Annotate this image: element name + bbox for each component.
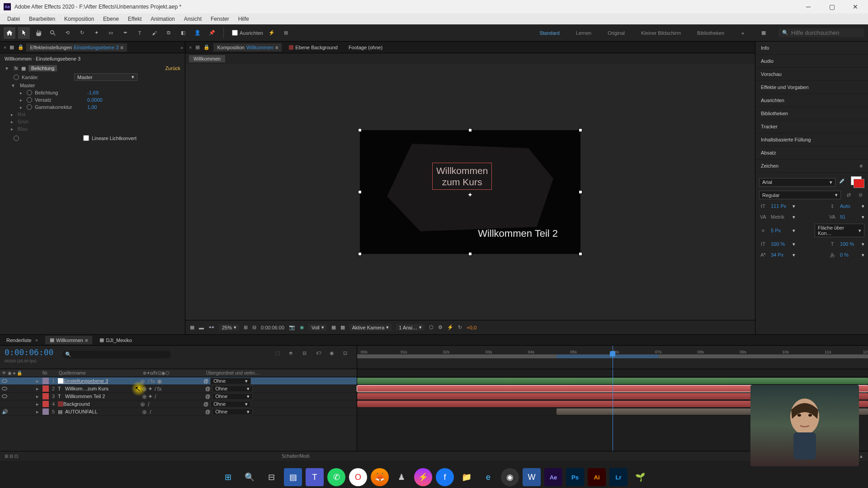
close-button[interactable]: ✕ bbox=[846, 0, 864, 13]
taskbar-firefox-icon[interactable]: 🦊 bbox=[371, 468, 389, 486]
channel-icon[interactable]: ▬ bbox=[199, 325, 204, 330]
panel-close-icon[interactable]: × bbox=[4, 45, 6, 50]
stroke-option-dropdown[interactable]: Fläche über Kon…▾ bbox=[815, 224, 864, 237]
footer-label[interactable]: Schalter/Modi bbox=[282, 454, 309, 459]
timecode-display[interactable]: 0:00:06:00 bbox=[261, 325, 284, 330]
color-icon[interactable]: ◉ bbox=[300, 324, 304, 330]
eyedropper-icon[interactable]: 💉 bbox=[839, 178, 847, 186]
audio-icon[interactable]: 🔊 bbox=[2, 409, 8, 415]
stopwatch-icon[interactable] bbox=[14, 136, 19, 141]
panel-expand-icon[interactable]: » bbox=[180, 45, 183, 50]
taskbar-obs-icon[interactable]: ◉ bbox=[501, 468, 519, 486]
tab-mexiko[interactable]: ▦DJI_Mexiko bbox=[95, 336, 136, 344]
taskbar-app1-icon[interactable]: ♟ bbox=[392, 468, 410, 486]
menu-komposition[interactable]: Komposition bbox=[61, 15, 98, 23]
layer-name[interactable]: AUTOUNFALL bbox=[65, 409, 142, 414]
menu-datei[interactable]: Datei bbox=[4, 15, 24, 23]
transparency-icon[interactable]: ▩ bbox=[340, 324, 345, 330]
col-name-header[interactable]: Quellenname bbox=[59, 371, 143, 375]
channels-dropdown[interactable]: Master▾ bbox=[74, 73, 137, 81]
timeline-search[interactable]: 🔍 bbox=[62, 351, 171, 358]
font-style-dropdown[interactable]: Regular▾ bbox=[759, 191, 841, 199]
panel-zeichen-header[interactable]: Zeichen≡ bbox=[755, 160, 868, 173]
comp-lock2-icon[interactable]: 🔒 bbox=[203, 44, 210, 50]
effect-visible-icon[interactable]: ▦ bbox=[21, 66, 26, 71]
layer-name[interactable]: Einstellungsebene 3 bbox=[63, 378, 140, 384]
composition-viewer[interactable]: Willkommenzum Kurs ✦ Willkommen Teil 2 bbox=[185, 64, 755, 320]
prop-twirl[interactable]: ▸ bbox=[20, 90, 22, 95]
brush-tool-icon[interactable]: 🖌 bbox=[148, 27, 160, 39]
linear-checkbox[interactable] bbox=[83, 135, 89, 141]
tab-menu-icon[interactable]: ≡ bbox=[120, 45, 123, 50]
taskbar-search-icon[interactable]: 🔍 bbox=[241, 468, 259, 486]
fx-badge-icon[interactable]: fx bbox=[14, 66, 19, 70]
comp-lock-icon[interactable]: ▦ bbox=[195, 44, 200, 50]
taskbar-whatsapp-icon[interactable]: ✆ bbox=[327, 468, 345, 486]
taskbar-messenger-icon[interactable]: ⚡ bbox=[414, 468, 432, 486]
taskbar-opera-icon[interactable]: O bbox=[349, 468, 367, 486]
tl-icon-1[interactable]: ⬚ bbox=[275, 350, 284, 359]
clone-tool-icon[interactable]: ⧉ bbox=[163, 27, 175, 39]
snap-opt2-icon[interactable]: ⊞ bbox=[280, 27, 292, 39]
taskbar-explorer-icon[interactable]: ▤ bbox=[284, 468, 302, 486]
taskbar-app2-icon[interactable]: 🌱 bbox=[631, 468, 649, 486]
orbit-tool-icon[interactable]: ⟲ bbox=[61, 27, 73, 39]
menu-bearbeiten[interactable]: Bearbeiten bbox=[25, 15, 59, 23]
pickwhip-icon[interactable]: @ bbox=[203, 378, 208, 384]
text-tool-icon[interactable]: T bbox=[134, 27, 146, 39]
minimize-button[interactable]: ─ bbox=[799, 0, 817, 13]
snap-checkbox[interactable]: Ausrichten bbox=[232, 30, 263, 36]
parent-dropdown[interactable]: Ohne▾ bbox=[212, 393, 253, 400]
layer-row-4[interactable]: ▸ 4 Background ⊕/ @Ohne▾ bbox=[0, 400, 357, 408]
workspace-standard[interactable]: Standard bbox=[536, 28, 563, 38]
zoom-dropdown[interactable]: 25%▾ bbox=[219, 324, 239, 331]
tsume-value[interactable]: 0 % bbox=[840, 252, 858, 258]
taskbar-word-icon[interactable]: W bbox=[523, 468, 541, 486]
snap-opt-icon[interactable]: ⚡ bbox=[266, 27, 278, 39]
text-willkommen-teil2[interactable]: Willkommen Teil 2 bbox=[478, 228, 558, 239]
tab-willkommen[interactable]: ▦Willkommen≡ bbox=[45, 336, 92, 344]
exposure-value[interactable]: +0,0 bbox=[467, 325, 476, 330]
home-tool-icon[interactable] bbox=[4, 27, 15, 39]
panel-fuellung[interactable]: Inhaltsbasierte Füllung bbox=[755, 133, 868, 146]
kerning-value[interactable]: Metrik bbox=[771, 214, 789, 220]
tl-icon-6[interactable]: ⊡ bbox=[343, 350, 352, 359]
stroke-color-swatch[interactable] bbox=[854, 179, 864, 188]
menu-animation[interactable]: Animation bbox=[147, 15, 178, 23]
res-icon[interactable]: ⊞ bbox=[244, 324, 248, 330]
panel-menu-icon[interactable]: ≡ bbox=[860, 163, 863, 169]
font-family-dropdown[interactable]: Arial▾ bbox=[759, 178, 835, 187]
text-willkommen-kurs[interactable]: Willkommenzum Kurs bbox=[432, 163, 492, 190]
taskbar-ai-icon[interactable]: Ai bbox=[588, 468, 606, 486]
selection-tool-icon[interactable] bbox=[18, 27, 30, 39]
stopwatch-icon[interactable] bbox=[27, 90, 32, 95]
fast-icon[interactable]: ⚡ bbox=[447, 324, 453, 330]
panel-info[interactable]: Info bbox=[755, 42, 868, 55]
panel-ausrichten[interactable]: Ausrichten bbox=[755, 94, 868, 107]
taskbar-folder-icon[interactable]: 📁 bbox=[458, 468, 476, 486]
anchor-tool-icon[interactable]: ✦ bbox=[90, 27, 102, 39]
effect-twirl[interactable]: ▼ bbox=[5, 66, 9, 71]
snap-check-input[interactable] bbox=[232, 30, 238, 36]
taskbar-ps-icon[interactable]: Ps bbox=[566, 468, 584, 486]
timeline-ruler[interactable]: :00s 01s 02s 03s 04s 05s 06s 07s 08s 09s… bbox=[357, 346, 868, 369]
prop-offset-value[interactable]: 0,0000 bbox=[87, 97, 103, 103]
font-size-value[interactable]: 111 Px bbox=[771, 203, 789, 209]
pen-tool-icon[interactable]: ✒ bbox=[119, 27, 131, 39]
tl-icon-5[interactable]: ◉ bbox=[330, 350, 339, 359]
baseline-value[interactable]: 34 Px bbox=[771, 252, 789, 258]
prop-gamma-value[interactable]: 1,00 bbox=[87, 104, 97, 110]
zoom-tool-icon[interactable] bbox=[47, 27, 59, 39]
grid-icon[interactable]: ⊟ bbox=[252, 324, 256, 330]
workspace-lernen[interactable]: Lernen bbox=[572, 28, 595, 38]
alpha-icon[interactable]: ▦ bbox=[190, 324, 194, 330]
layer-row-1[interactable]: ▸ 1 Einstellungsebene 3 ⊕/fx◉ @Ohne▾ bbox=[0, 377, 357, 385]
layer-color-swatch[interactable] bbox=[42, 378, 49, 384]
taskbar-lr-icon[interactable]: Lr bbox=[609, 468, 627, 486]
parent-dropdown[interactable]: Ohne▾ bbox=[210, 401, 251, 408]
effect-tab[interactable]: Effekteinstellungen Einstellungsebene 3 … bbox=[26, 43, 127, 52]
workspace-bibliotheken[interactable]: Bibliotheken bbox=[693, 28, 728, 38]
menu-ansicht[interactable]: Ansicht bbox=[180, 15, 205, 23]
parent-dropdown[interactable]: Ohne▾ bbox=[212, 408, 253, 415]
workspace-kleiner[interactable]: Kleiner Bildschirm bbox=[637, 28, 684, 38]
